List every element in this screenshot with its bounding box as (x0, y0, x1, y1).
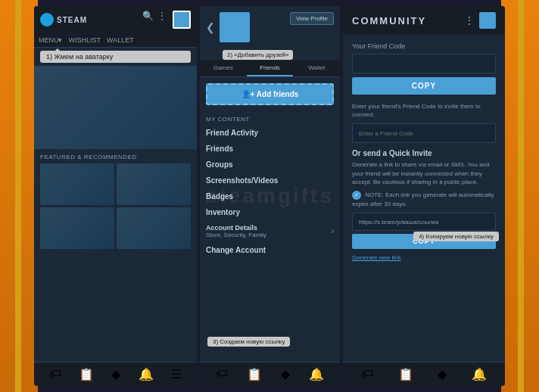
menu-dots-icon[interactable]: ⋮ (157, 11, 170, 23)
menu-badges[interactable]: Badges (200, 188, 340, 204)
steam-logo-icon (40, 13, 54, 26)
featured-item-4[interactable] (117, 207, 191, 249)
main-container: STEAM 🔍 ⋮ MENU▾ WISHLIST WALLET 1) Жмем … (34, 6, 505, 386)
quick-invite-section: Or send a Quick Invite Generate a link t… (352, 149, 496, 263)
bottom-nav-badge-icon-mid[interactable]: ◆ (281, 367, 290, 381)
header-icons: 🔍 ⋮ (142, 11, 191, 29)
menu-friends[interactable]: Friends (200, 141, 340, 157)
left-bottom-nav: 🏷 📋 ◆ 🔔 ☰ (34, 362, 197, 386)
right-bottom-nav: 🏷 📋 ◆ 🔔 (343, 362, 505, 386)
account-details-label: Account Details (206, 224, 266, 232)
left-banner-image (34, 66, 197, 149)
nav-wallet[interactable]: WALLET (107, 36, 134, 44)
bottom-nav-badge-icon[interactable]: ◆ (111, 367, 120, 381)
menu-change-account[interactable]: Change Account (200, 242, 340, 258)
note-text: ✓ NOTE: Each link you generate will auto… (352, 191, 496, 208)
bottom-nav-tag-icon[interactable]: 🏷 (49, 367, 61, 381)
middle-tabs: Games Friends Wallet (200, 61, 340, 77)
bottom-nav-list-icon-mid[interactable]: 📋 (247, 367, 262, 381)
steam-client-panel: STEAM 🔍 ⋮ MENU▾ WISHLIST WALLET 1) Жмем … (34, 6, 197, 386)
search-icon[interactable]: 🔍 (142, 11, 154, 23)
friend-code-input[interactable] (352, 54, 496, 73)
quick-invite-description: Generate a link to share via email or SM… (352, 160, 496, 186)
invite-link-input[interactable] (352, 213, 496, 231)
user-avatar[interactable] (173, 11, 191, 29)
menu-inventory[interactable]: Inventory (200, 204, 340, 220)
add-friends-icon: 👤+ (241, 90, 255, 98)
menu-friend-activity[interactable]: Friend Activity (200, 125, 340, 141)
right-bottom-bell-icon[interactable]: 🔔 (472, 367, 487, 381)
featured-label: FEATURED & RECOMMENDED (34, 149, 197, 163)
tab-friends[interactable]: Friends (247, 61, 294, 76)
generate-link-button[interactable]: Generate new link (352, 252, 400, 263)
featured-grid (34, 163, 197, 249)
note-checkmark-icon: ✓ (352, 191, 361, 200)
quick-invite-title: Or send a Quick Invite (352, 149, 496, 157)
community-panel: COMMUNITY ⋮ Your Friend Code COPY Enter … (343, 6, 505, 386)
tooltip-generate-link: 3) Создаем новую ссылку (207, 337, 290, 347)
featured-item-3[interactable] (40, 207, 114, 249)
nav-menu[interactable]: MENU▾ (39, 36, 63, 44)
gift-ribbon-left (15, 0, 21, 392)
gift-ribbon-right (518, 0, 524, 392)
profile-avatar (220, 12, 250, 42)
tooltip-copy-link: 4) Копируем новую ссылку (413, 232, 499, 241)
my-content-label: MY CONTENT (200, 111, 340, 125)
steam-header: STEAM 🔍 ⋮ (34, 6, 197, 33)
right-bottom-list-icon[interactable]: 📋 (398, 367, 413, 381)
copy-friend-code-button[interactable]: COPY (352, 77, 496, 95)
add-friends-button[interactable]: 👤+ Add friends (206, 83, 334, 105)
enter-friend-code-input[interactable] (352, 123, 496, 143)
back-arrow-icon[interactable]: ❮ (206, 21, 215, 33)
tab-games[interactable]: Games (200, 61, 247, 76)
friend-code-section: Your Friend Code COPY (352, 42, 496, 95)
tooltip-add-friends: 2) «Добавить друзей» (223, 50, 293, 60)
community-title: COMMUNITY (352, 15, 426, 26)
add-friends-panel: ❮ View Profile 2) «Добавить друзей» Game… (200, 6, 340, 386)
tab-wallet[interactable]: Wallet (293, 61, 340, 76)
right-bottom-tag-icon[interactable]: 🏷 (361, 367, 373, 381)
community-header: COMMUNITY ⋮ (343, 6, 505, 35)
bottom-nav-list-icon[interactable]: 📋 (79, 367, 94, 381)
right-bottom-badge-icon[interactable]: ◆ (438, 367, 447, 381)
featured-item-1[interactable] (40, 163, 114, 205)
featured-item-2[interactable] (117, 163, 191, 205)
menu-screenshots[interactable]: Screenshots/Videos (200, 173, 340, 188)
left-main-content: FEATURED & RECOMMENDED (34, 66, 197, 362)
bottom-nav-menu-icon[interactable]: ☰ (171, 367, 182, 381)
tooltip-click-avatar: 1) Жмем на аватарку (40, 51, 191, 63)
community-menu-icon[interactable]: ⋮ (464, 14, 475, 26)
steam-logo: STEAM (40, 13, 87, 26)
bottom-nav-tag-icon-mid[interactable]: 🏷 (216, 367, 228, 381)
friend-code-description: Enter your friend's Friend Code to invit… (352, 102, 496, 119)
note-content: NOTE: Each link you generate will automa… (352, 191, 494, 207)
friend-code-label: Your Friend Code (352, 42, 496, 50)
community-header-right: ⋮ (464, 12, 496, 29)
account-arrow-icon: › (332, 227, 334, 235)
middle-bottom-nav: 🏷 📋 ◆ 🔔 (200, 362, 340, 386)
add-friends-label: Add friends (257, 90, 299, 98)
account-details-sub: Store, Security, Family (206, 232, 266, 238)
middle-header: ❮ View Profile (200, 6, 340, 48)
bottom-nav-bell-icon-mid[interactable]: 🔔 (309, 367, 324, 381)
view-profile-button[interactable]: View Profile (290, 12, 334, 25)
account-details-item[interactable]: Account Details Store, Security, Family … (200, 220, 340, 242)
menu-groups[interactable]: Groups (200, 157, 340, 173)
community-content: Your Friend Code COPY Enter your friend'… (343, 35, 505, 362)
nav-wishlist[interactable]: WISHLIST (69, 36, 101, 44)
steam-logo-text: STEAM (57, 16, 87, 24)
bottom-nav-bell-icon[interactable]: 🔔 (139, 367, 154, 381)
community-avatar[interactable] (479, 12, 496, 29)
